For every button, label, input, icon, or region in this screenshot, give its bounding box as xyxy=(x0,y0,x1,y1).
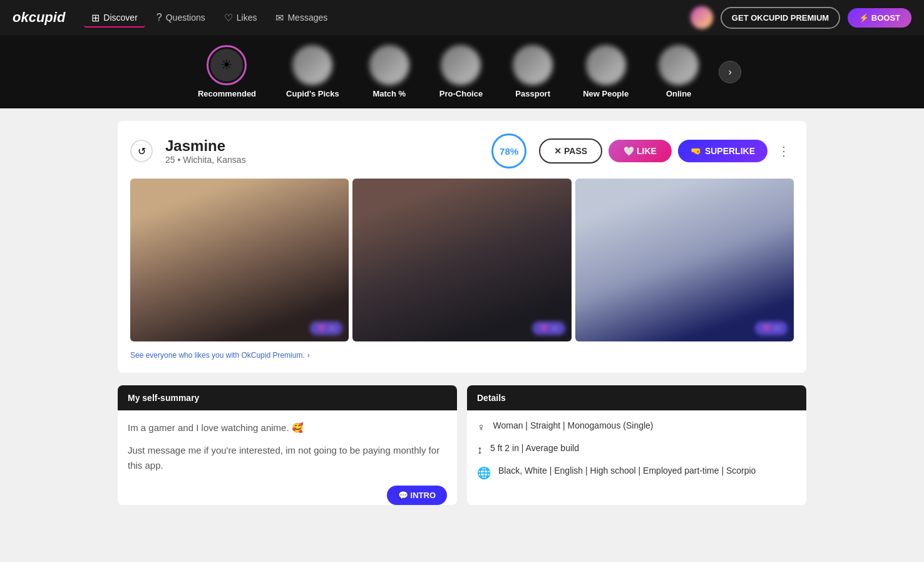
top-navigation: okcupid ⊞ Discover ? Questions ♡ Likes ✉… xyxy=(0,0,924,35)
discover-icon: ⊞ xyxy=(91,12,100,24)
category-passport[interactable]: Passport xyxy=(498,40,568,103)
categories-next-button[interactable]: › xyxy=(719,61,741,83)
category-online-label: Online xyxy=(666,89,691,98)
superlike-icon: 🤜 xyxy=(690,146,701,156)
nav-discover[interactable]: ⊞ Discover xyxy=(84,8,145,28)
premium-prompt-row: See everyone who likes you with OkCupid … xyxy=(130,349,794,360)
category-recommended[interactable]: ☀ Recommended xyxy=(183,40,271,103)
pass-button[interactable]: ✕ PASS xyxy=(539,138,602,164)
category-pro-choice-label: Pro-Choice xyxy=(439,89,483,98)
detail-item-height: ↕ 5 ft 2 in | Average build xyxy=(477,443,796,457)
profile-name-block: Jasmine 25 • Wichita, Kansas xyxy=(165,137,479,165)
self-summary-header: My self-summary xyxy=(118,385,457,410)
self-summary-card: My self-summary Im a gamer and I love wa… xyxy=(118,385,457,505)
questions-icon: ? xyxy=(157,12,162,23)
details-header: Details xyxy=(467,385,806,410)
photo-3-badge: 💜 ··· xyxy=(755,321,788,335)
action-buttons: ✕ PASS 🤍 LIKE 🤜 SUPERLIKE ⋮ xyxy=(539,138,794,164)
height-icon: ↕ xyxy=(477,444,483,457)
profile-location: 25 • Wichita, Kansas xyxy=(165,155,479,165)
profile-card: ↺ Jasmine 25 • Wichita, Kansas 78% ✕ PAS… xyxy=(118,121,806,373)
detail-item-ethnicity: 🌐 Black, White | English | High school |… xyxy=(477,466,796,480)
category-bar: ☀ Recommended Cupid's Picks Match % Pro-… xyxy=(0,35,924,108)
premium-button[interactable]: GET OKCUPID PREMIUM xyxy=(721,7,840,29)
likes-icon: ♡ xyxy=(224,12,233,24)
category-new-people-label: New People xyxy=(583,89,629,98)
details-list: ♀ Woman | Straight | Monogamous (Single)… xyxy=(477,420,796,480)
profile-details-row: My self-summary Im a gamer and I love wa… xyxy=(118,385,806,505)
user-avatar[interactable] xyxy=(690,6,713,29)
photo-1-badge: 💜 ··· xyxy=(310,321,342,335)
photo-2[interactable]: 💜 ··· xyxy=(352,179,571,341)
recommended-icon: ☀ xyxy=(210,49,243,81)
photo-3[interactable]: 💜 ··· xyxy=(575,179,794,341)
self-summary-text: Im a gamer and I love watching anime. 🥰 … xyxy=(128,420,447,473)
nav-messages[interactable]: ✉ Messages xyxy=(268,8,335,28)
profile-header: ↺ Jasmine 25 • Wichita, Kansas 78% ✕ PAS… xyxy=(130,133,794,169)
messages-icon: ✉ xyxy=(275,12,284,24)
more-options-button[interactable]: ⋮ xyxy=(774,141,794,161)
logo: okcupid xyxy=(13,9,65,26)
intro-button[interactable]: 💬 INTRO xyxy=(387,486,447,505)
category-online[interactable]: Online xyxy=(644,40,714,103)
category-passport-label: Passport xyxy=(515,89,550,98)
category-new-people[interactable]: New People xyxy=(568,40,644,103)
main-content: ↺ Jasmine 25 • Wichita, Kansas 78% ✕ PAS… xyxy=(105,108,819,518)
self-summary-body: Im a gamer and I love watching anime. 🥰 … xyxy=(118,410,457,491)
detail-item-gender: ♀ Woman | Straight | Monogamous (Single) xyxy=(477,420,796,434)
details-card: Details ♀ Woman | Straight | Monogamous … xyxy=(467,385,806,505)
category-recommended-label: Recommended xyxy=(198,89,256,98)
category-cupids-picks-label: Cupid's Picks xyxy=(286,89,339,98)
photo-2-badge: 💜 ··· xyxy=(532,321,565,335)
details-body: ♀ Woman | Straight | Monogamous (Single)… xyxy=(467,410,806,499)
like-button[interactable]: 🤍 LIKE xyxy=(608,140,672,162)
boost-button[interactable]: ⚡ BOOST xyxy=(848,8,911,28)
category-match[interactable]: Match % xyxy=(354,40,424,103)
nav-links: ⊞ Discover ? Questions ♡ Likes ✉ Message… xyxy=(84,8,690,28)
category-cupids-picks[interactable]: Cupid's Picks xyxy=(271,40,354,103)
nav-likes[interactable]: ♡ Likes xyxy=(217,8,265,28)
gender-icon: ♀ xyxy=(477,421,486,434)
superlike-button[interactable]: 🤜 SUPERLIKE xyxy=(678,140,767,162)
category-pro-choice[interactable]: Pro-Choice xyxy=(424,40,498,103)
globe-icon: 🌐 xyxy=(477,466,491,480)
nav-right: GET OKCUPID PREMIUM ⚡ BOOST xyxy=(690,6,911,29)
photo-grid: 💜 ··· 💜 ··· 💜 ··· xyxy=(130,179,794,341)
category-match-label: Match % xyxy=(372,89,406,98)
premium-prompt-link[interactable]: See everyone who likes you with OkCupid … xyxy=(130,350,310,360)
nav-questions[interactable]: ? Questions xyxy=(149,8,213,28)
match-percentage: 78% xyxy=(491,133,526,169)
photo-1[interactable]: 💜 ··· xyxy=(130,179,349,341)
refresh-button[interactable]: ↺ xyxy=(130,140,153,162)
profile-name: Jasmine xyxy=(165,137,479,155)
